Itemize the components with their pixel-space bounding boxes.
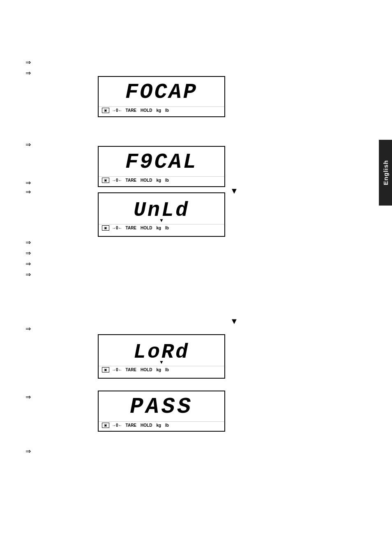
display-pass-footer: ▣ →0← TARE HOLD kg lb (99, 421, 224, 430)
arrow-5: ⇒ (25, 188, 31, 196)
footer-lb-1: lb (165, 108, 169, 113)
arrow-9: ⇒ (25, 271, 31, 278)
display-f9cal-text: F9CAL (125, 152, 198, 173)
triangle-load-external: ▼ (230, 317, 238, 326)
triangle-unld-external: ▼ (230, 186, 238, 196)
display-focap-footer: ▣ →0← TARE HOLD kg lb (99, 106, 224, 115)
display-unld-footer: ▣ →0← TARE HOLD kg lb (99, 224, 224, 232)
footer-kg-4: kg (156, 368, 161, 372)
arrow-6: ⇒ (25, 238, 31, 246)
display-load-footer: ▣ →0← TARE HOLD kg lb (99, 366, 224, 374)
display-focap: FOCAP ▣ →0← TARE HOLD kg lb (98, 76, 225, 117)
footer-icon-5: ▣ (102, 423, 109, 428)
footer-lb-3: lb (165, 226, 169, 230)
arrow-11: ⇒ (25, 393, 31, 401)
display-pass: PASS ▣ →0← TARE HOLD kg lb (98, 391, 225, 432)
sidebar-english: English (379, 140, 392, 206)
footer-hold-2: HOLD (141, 178, 152, 183)
display-focap-text: FOCAP (125, 82, 198, 103)
display-f9cal: F9CAL ▣ →0← TARE HOLD kg lb (98, 146, 225, 187)
arrow-8: ⇒ (25, 260, 31, 268)
footer-hold-1: HOLD (141, 108, 152, 113)
footer-zero-4: →0← (112, 368, 122, 372)
footer-zero-1: →0← (112, 108, 122, 113)
arrow-1: ⇒ (25, 58, 31, 66)
display-load-screen: LoRd ▼ (99, 339, 224, 366)
arrow-10: ⇒ (25, 325, 31, 333)
display-f9cal-screen: F9CAL (99, 148, 224, 176)
footer-tare-2: TARE (126, 178, 136, 183)
footer-kg-3: kg (156, 226, 161, 230)
arrow-7: ⇒ (25, 249, 31, 257)
footer-hold-4: HOLD (141, 368, 152, 372)
footer-icon-3: ▣ (102, 225, 109, 231)
footer-zero-5: →0← (112, 423, 122, 428)
display-unld: UnLd ▼ ▣ →0← TARE HOLD kg lb (98, 192, 225, 237)
footer-hold-3: HOLD (141, 226, 152, 230)
footer-kg-5: kg (156, 423, 161, 428)
footer-lb-5: lb (165, 423, 169, 428)
display-unld-screen: UnLd ▼ (99, 197, 224, 224)
triangle-unld-inside: ▼ (159, 217, 164, 223)
footer-zero-2: →0← (112, 178, 122, 183)
footer-tare-5: TARE (126, 423, 136, 428)
sidebar-label: English (382, 160, 389, 185)
arrow-3: ⇒ (25, 141, 31, 148)
arrow-4: ⇒ (25, 179, 31, 187)
footer-hold-5: HOLD (141, 423, 152, 428)
display-focap-screen: FOCAP (99, 79, 224, 106)
display-pass-text: PASS (130, 396, 193, 418)
footer-tare-3: TARE (126, 226, 136, 230)
footer-lb-4: lb (165, 368, 169, 372)
triangle-load-inside: ▼ (159, 359, 164, 365)
footer-kg-1: kg (156, 108, 161, 113)
display-f9cal-footer: ▣ →0← TARE HOLD kg lb (99, 176, 224, 185)
arrow-2: ⇒ (25, 69, 31, 77)
footer-icon-2: ▣ (102, 178, 109, 183)
footer-tare-1: TARE (126, 108, 136, 113)
footer-icon-4: ▣ (102, 367, 109, 372)
footer-tare-4: TARE (126, 368, 136, 372)
footer-icon-1: ▣ (102, 108, 109, 113)
arrow-12: ⇒ (25, 447, 31, 455)
display-pass-screen: PASS (99, 393, 224, 421)
footer-kg-2: kg (156, 178, 161, 183)
footer-lb-2: lb (165, 178, 169, 183)
display-load: LoRd ▼ ▣ →0← TARE HOLD kg lb (98, 334, 225, 379)
footer-zero-3: →0← (112, 226, 122, 230)
